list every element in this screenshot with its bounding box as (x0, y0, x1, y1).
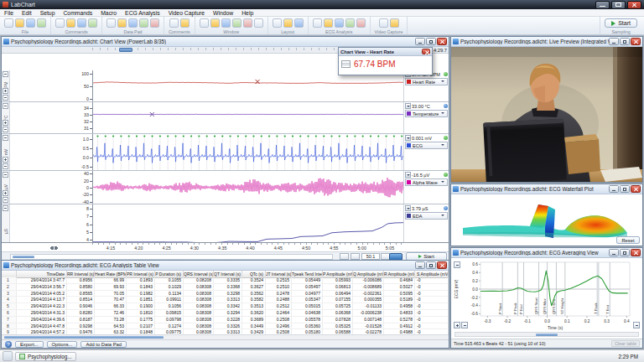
app-maximize-button[interactable] (611, 1, 626, 9)
datapad-options-icon[interactable] (128, 18, 138, 28)
popup-titlebar[interactable]: Chart View - Heart Rate (339, 48, 432, 56)
select-icon[interactable] (66, 18, 75, 28)
averaging-maximize-button[interactable] (620, 249, 630, 256)
table-row[interactable]: 829/04/2014 4:47.80.929864.530.21070.127… (2, 323, 449, 330)
scroll-options-icon[interactable] (340, 253, 349, 260)
averaging-scrollbar-thumb[interactable] (536, 334, 558, 336)
column-header-p-duration-s[interactable]: P Duration (s) (155, 271, 184, 277)
add-to-datapad-icon[interactable] (117, 18, 127, 28)
column-header-qrs-interval-s[interactable]: QRS Interval (s) (184, 271, 214, 277)
table-row[interactable]: 729/04/2014 4:39.60.818773.280.17750.097… (2, 317, 449, 323)
waterfall-window-titlebar[interactable]: Psychophysiology Recordings.adicht: ECG … (451, 184, 642, 194)
show-desktop-icon[interactable] (3, 351, 13, 361)
waterfall-3d-plot[interactable] (451, 194, 642, 246)
arrange-icons-icon[interactable] (232, 18, 242, 28)
table-row[interactable]: 129/04/2014 3:47.70.895666.990.18930.105… (2, 277, 449, 284)
column-header-heart-rate-bpm[interactable]: Heart Rate (BPM) (95, 271, 127, 277)
webcam-minimize-button[interactable] (609, 38, 619, 45)
scale-zoom-in-icon[interactable] (3, 88, 8, 94)
channel-name-dropdown[interactable]: EDA (405, 212, 448, 220)
menu-video-capture[interactable]: Video Capture (164, 9, 209, 17)
scale-zoom-in-icon[interactable] (3, 157, 8, 163)
ecg-averaging-icon[interactable] (335, 18, 344, 28)
new-file-icon[interactable] (4, 18, 13, 28)
chart-window-titlebar[interactable]: Psychophysiology Recordings.adicht: Char… (2, 37, 449, 47)
find-icon[interactable] (55, 18, 65, 28)
add-marker-icon[interactable] (77, 18, 86, 28)
scale-zoom-out-icon[interactable] (3, 95, 8, 101)
app-titlebar[interactable]: LabChart (0, 0, 644, 9)
column-header-r-amplitude-mv[interactable]: R Amplitude (mV) (384, 271, 415, 277)
menu-window[interactable]: Window (209, 9, 237, 17)
chart-scrollbar[interactable] (10, 254, 333, 260)
value-dropdown-icon[interactable] (405, 172, 411, 178)
column-header-rr-interval-s[interactable]: RR Interval (s) (67, 271, 95, 277)
scale-zoom-out-icon[interactable] (3, 197, 8, 203)
table-row[interactable]: 229/04/2014 3:56.70.858069.930.18430.102… (2, 284, 449, 291)
webcam-close-button[interactable] (631, 38, 641, 45)
channel-plot-ecg[interactable] (92, 134, 403, 170)
next-window-icon[interactable] (243, 18, 252, 28)
add-to-datapad-button[interactable]: Add to Data Pad (80, 341, 127, 348)
layout-single-icon[interactable] (273, 18, 282, 28)
menu-ecg-analysis[interactable]: ECG Analysis (121, 9, 164, 17)
taskbar-app-button[interactable]: Psychophysiolog... (15, 352, 76, 361)
value-dropdown-icon[interactable] (405, 205, 411, 211)
layout-custom-icon[interactable] (294, 18, 304, 28)
webcam-maximize-button[interactable] (620, 38, 630, 45)
table-maximize-button[interactable] (426, 261, 436, 269)
averaging-close-button[interactable] (631, 249, 641, 256)
averaging-window-titlebar[interactable]: Psychophysiology Recordings.adicht: ECG … (451, 248, 642, 258)
layout-split-icon[interactable] (283, 18, 293, 28)
popup-close-button[interactable] (422, 49, 430, 54)
scale-zoom-in-icon[interactable] (3, 190, 8, 196)
video-settings-icon[interactable] (379, 18, 388, 28)
table-minimize-button[interactable] (415, 261, 425, 269)
column-header-p-amplitude-mv[interactable]: P Amplitude (mV) (323, 271, 353, 277)
table-scrollbar-thumb[interactable] (4, 336, 164, 339)
column-header-timedate[interactable]: TimeDate (17, 271, 67, 277)
stimulator-icon[interactable] (88, 18, 97, 28)
compression-ratio[interactable]: 50:1 (361, 253, 380, 260)
column-header-qt-interval-s[interactable]: QT Interval (s) (214, 271, 242, 277)
column-header-s-amplitude-mv[interactable]: S Amplitude (mV) (415, 271, 449, 277)
start-sampling-button[interactable]: Start (605, 18, 637, 28)
chart-close-button[interactable] (437, 38, 447, 45)
menu-commands[interactable]: Commands (59, 9, 96, 17)
waterfall-close-button[interactable] (631, 185, 641, 193)
cascade-icon[interactable] (200, 18, 209, 28)
chart-scrollbar-thumb[interactable] (13, 256, 34, 258)
waterfall-maximize-button[interactable] (620, 185, 630, 193)
compression-decrease-icon[interactable] (351, 253, 360, 260)
add-comment-icon[interactable] (169, 18, 179, 28)
channel-plot-alpha-wave[interactable] (92, 171, 403, 204)
column-header-qtc-s[interactable]: QTc (s) (242, 271, 266, 277)
channel-name-dropdown[interactable]: Temperature (405, 110, 448, 117)
ecg-table-icon[interactable] (324, 18, 333, 28)
table-row[interactable]: 629/04/2014 4:31.30.828072.460.18100.098… (2, 310, 449, 317)
open-file-icon[interactable] (15, 18, 24, 28)
datapad-view-icon[interactable] (106, 18, 116, 28)
export-icon[interactable] (37, 18, 46, 28)
scale-zoom-out-icon[interactable] (3, 163, 8, 169)
menu-edit[interactable]: Edit (18, 9, 36, 17)
column-header-jt-interval-s[interactable]: JT Interval (s) (266, 271, 292, 277)
chart-minimize-button[interactable] (415, 38, 425, 45)
column-header-q-amplitude-mv[interactable]: Q Amplitude (mV) (353, 271, 384, 277)
ecg-waterfall-icon[interactable] (345, 18, 355, 28)
averaging-minimize-button[interactable] (609, 249, 619, 256)
menu-help[interactable]: Help (237, 9, 257, 17)
tile-horizontal-icon[interactable] (210, 18, 220, 28)
scale-minus-icon[interactable] (633, 322, 640, 328)
clear-table-button[interactable]: Clear table (611, 340, 640, 347)
help-icon[interactable]: ? (5, 341, 12, 348)
datapad-export-icon[interactable] (150, 18, 159, 28)
datapad-column-icon[interactable] (139, 18, 148, 28)
column-header-pr-interval-s[interactable]: PR Interval (s) (127, 271, 155, 277)
binoculars-icon[interactable] (50, 246, 58, 251)
options-button[interactable]: Options... (47, 341, 78, 348)
comments-list-icon[interactable] (180, 18, 190, 28)
ecg-report-icon[interactable] (356, 18, 366, 28)
overview-thumb[interactable] (119, 48, 132, 52)
table-row[interactable]: 429/04/2014 4:13.70.851470.470.18510.099… (2, 297, 449, 303)
